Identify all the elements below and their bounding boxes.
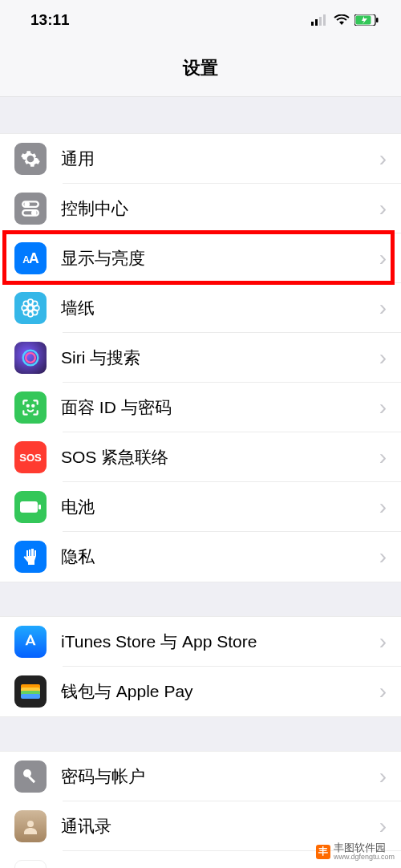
row-label: 隐私 [61,546,379,568]
row-label: 面容 ID 与密码 [61,396,379,419]
row-label: Siri 与搜索 [61,347,379,369]
spacer [0,717,401,751]
face-id-icon [14,391,47,424]
battery-icon [354,14,379,26]
row-privacy[interactable]: 隐私 › [0,532,401,582]
svg-rect-6 [376,18,379,22]
svg-point-32 [27,821,34,827]
key-icon [14,761,47,793]
svg-point-22 [27,405,29,407]
wifi-icon [334,14,350,26]
watermark-name: 丰图软件园 [334,842,395,854]
gear-icon [14,143,47,175]
row-display-brightness[interactable]: AA 显示与亮度 › [0,233,401,283]
svg-rect-29 [21,694,40,699]
svg-rect-25 [38,505,41,509]
svg-point-8 [26,202,29,205]
chevron-right-icon: › [379,295,387,321]
row-wallpaper[interactable]: 墙纸 › [0,283,401,333]
battery-row-icon [14,491,47,523]
svg-rect-2 [319,17,322,26]
row-itunes[interactable]: iTunes Store 与 App Store › [0,617,401,667]
row-face-id[interactable]: 面容 ID 与密码 › [0,383,401,432]
watermark: 丰 丰图软件园 www.dgfengtu.com [316,842,395,862]
row-label: 钱包与 Apple Pay [61,680,379,703]
row-label: 墙纸 [61,297,379,319]
contacts-icon [14,810,47,842]
section-2: iTunes Store 与 App Store › 钱包与 Apple Pay… [0,616,401,717]
sos-icon: SOS [14,441,47,473]
spacer [0,97,401,133]
row-label: 通讯录 [61,815,379,838]
row-passwords[interactable]: 密码与帐户 › [0,752,401,801]
wallet-icon [14,675,47,708]
row-battery[interactable]: 电池 › [0,482,401,532]
chevron-right-icon: › [379,544,387,570]
svg-rect-31 [28,776,35,783]
svg-point-21 [26,353,35,363]
status-time: 13:11 [30,11,70,29]
row-label: 密码与帐户 [61,765,379,788]
svg-rect-1 [315,19,318,26]
row-label: 电池 [61,496,379,518]
calendar-icon: •••••••1 [14,860,47,868]
header: 设置 [0,40,401,97]
hand-icon [14,541,47,573]
status-bar: 13:11 [0,0,401,40]
svg-point-10 [32,211,35,214]
chevron-right-icon: › [379,813,387,839]
chevron-right-icon: › [379,863,387,868]
chevron-right-icon: › [379,196,387,221]
chevron-right-icon: › [379,494,387,520]
svg-point-23 [32,405,34,407]
svg-rect-0 [311,22,314,26]
chevron-right-icon: › [379,679,387,704]
cellular-icon [311,14,329,26]
section-1: 通用 › 控制中心 › AA 显示与亮度 › 墙纸 › Siri 与搜索 › 面… [0,133,401,582]
chevron-right-icon: › [379,629,387,655]
svg-rect-3 [323,14,326,26]
chevron-right-icon: › [379,245,387,271]
text-size-icon: AA [14,242,47,274]
chevron-right-icon: › [379,764,387,789]
row-label: iTunes Store 与 App Store [61,631,379,653]
flower-icon [14,292,47,324]
status-icons [311,14,379,26]
spacer [0,582,401,616]
row-siri[interactable]: Siri 与搜索 › [0,333,401,383]
page-title: 设置 [0,56,401,80]
svg-point-11 [28,306,34,311]
row-label: 日历 [61,865,379,868]
svg-rect-24 [20,501,38,513]
row-general[interactable]: 通用 › [0,134,401,184]
chevron-right-icon: › [379,395,387,420]
row-control-center[interactable]: 控制中心 › [0,184,401,233]
row-wallet[interactable]: 钱包与 Apple Pay › [0,667,401,716]
row-label: 显示与亮度 [61,247,379,270]
app-store-icon [14,626,47,658]
watermark-logo-icon: 丰 [316,845,330,859]
row-label: 通用 [61,148,379,170]
row-sos[interactable]: SOS SOS 紧急联络 › [0,432,401,482]
row-label: SOS 紧急联络 [61,446,379,468]
watermark-url: www.dgfengtu.com [334,854,395,862]
chevron-right-icon: › [379,146,387,172]
chevron-right-icon: › [379,444,387,470]
chevron-right-icon: › [379,345,387,371]
toggles-icon [14,193,47,225]
siri-icon [14,342,47,374]
row-label: 控制中心 [61,197,379,220]
